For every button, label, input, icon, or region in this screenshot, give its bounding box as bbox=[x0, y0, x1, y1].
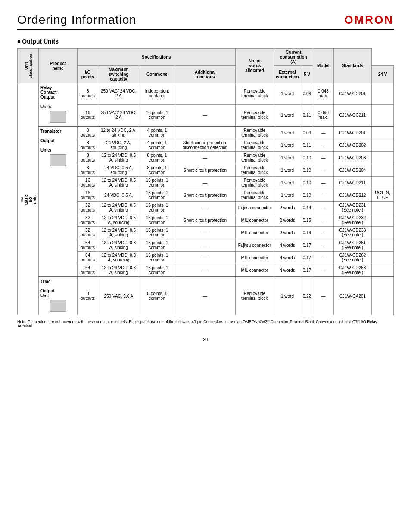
unit-classification-cell: CJBasicI/OUnits bbox=[18, 83, 39, 315]
external-conn-cell: Removable terminal block bbox=[235, 152, 274, 164]
external-conn-cell: Removable terminal block bbox=[235, 189, 274, 202]
words-cell: 1 word bbox=[274, 104, 301, 126]
model-cell: CJ1W-OD263 (See note.) bbox=[333, 264, 372, 277]
max-switching-cell: 250 VAC/ 24 VDC, 2 A bbox=[98, 104, 139, 126]
current-24v-cell: — bbox=[313, 239, 334, 252]
current-24v-cell: — bbox=[313, 252, 334, 264]
standards-cell bbox=[372, 239, 394, 252]
th-24v: 24 V bbox=[372, 66, 394, 83]
io-points-cell: 32 outputs bbox=[78, 227, 98, 239]
max-switching-cell: 12 to 24 VDC, 0.3 A, sourcing bbox=[98, 252, 139, 264]
current-5v-cell: 0.22 bbox=[301, 277, 313, 315]
model-cell: CJ1W-OD211 bbox=[333, 177, 372, 189]
model-cell: CJ1W-OC211 bbox=[333, 104, 372, 126]
commons-cell: 8 points, 1 common bbox=[139, 152, 175, 164]
external-conn-cell: Removable terminal block bbox=[235, 177, 274, 189]
words-cell: 4 words bbox=[274, 252, 301, 264]
external-conn-cell: Fujitsu connector bbox=[235, 202, 274, 214]
th-external-conn: Externalconnection bbox=[274, 66, 301, 83]
current-5v-cell: 0.14 bbox=[301, 227, 313, 239]
io-points-cell: 32 outputs bbox=[78, 214, 98, 227]
th-commons: Commons bbox=[139, 66, 175, 83]
current-5v-cell: 0.17 bbox=[301, 239, 313, 252]
external-conn-cell: Removable terminal block bbox=[235, 83, 274, 105]
th-model: Model bbox=[313, 49, 334, 83]
current-24v-cell: — bbox=[313, 277, 334, 315]
current-24v-cell: 0.048 max. bbox=[313, 83, 334, 105]
additional-cell: — bbox=[175, 277, 235, 315]
current-5v-cell: 0.14 bbox=[301, 202, 313, 214]
external-conn-cell: Fujitsu connector bbox=[235, 239, 274, 252]
page-title: Ordering Information bbox=[17, 13, 137, 27]
io-points-cell: 64 outputs bbox=[78, 264, 98, 277]
commons-cell: 16 points, 1 common bbox=[139, 177, 175, 189]
words-cell: 4 words bbox=[274, 239, 301, 252]
commons-cell: 8 points, 1 common bbox=[139, 164, 175, 177]
current-24v-cell: — bbox=[313, 164, 334, 177]
current-24v-cell: — bbox=[313, 177, 334, 189]
additional-cell: — bbox=[175, 264, 235, 277]
th-io-points: I/Opoints bbox=[78, 66, 98, 83]
current-5v-cell: 0.09 bbox=[301, 83, 313, 105]
th-additional: Additionalfunctions bbox=[175, 66, 235, 83]
commons-cell: 16 points, 1 common bbox=[139, 227, 175, 239]
max-switching-cell: 12 to 24 VDC, 0.3 A, sinking bbox=[98, 239, 139, 252]
external-conn-cell: Removable terminal block bbox=[235, 277, 274, 315]
max-switching-cell: 24 VDC, 0.5 A, sourcing bbox=[98, 164, 139, 177]
max-switching-cell: 12 to 24 VDC, 0.5 A, sinking bbox=[98, 202, 139, 214]
current-24v-cell: — bbox=[313, 264, 334, 277]
additional-cell: — bbox=[175, 227, 235, 239]
model-cell: CJ1W-OD203 bbox=[333, 152, 372, 164]
external-conn-cell: MIL connector bbox=[235, 214, 274, 227]
current-5v-cell: 0.10 bbox=[301, 164, 313, 177]
io-points-cell: 64 outputs bbox=[78, 252, 98, 264]
max-switching-cell: 12 to 24 VDC, 2 A, sinking bbox=[98, 126, 139, 139]
model-cell: CJ1W-OD261 (See note.) bbox=[333, 239, 372, 252]
standards-cell bbox=[372, 264, 394, 277]
max-switching-cell: 250 VAC/ 24 VDC, 2 A bbox=[98, 83, 139, 105]
table-row: TransistorOutput Units8 outputs12 to 24 … bbox=[18, 126, 394, 139]
io-points-cell: 8 outputs bbox=[78, 164, 98, 177]
current-24v-cell: — bbox=[313, 126, 334, 139]
omron-logo: OMRON bbox=[344, 13, 394, 27]
standards-cell bbox=[372, 277, 394, 315]
additional-cell: — bbox=[175, 239, 235, 252]
additional-cell: Short-circuit protection bbox=[175, 164, 235, 177]
external-conn-cell: Removable terminal block bbox=[235, 126, 274, 139]
standards-cell bbox=[372, 83, 394, 105]
words-cell: 1 word bbox=[274, 83, 301, 105]
commons-cell: 4 points, 1 common bbox=[139, 139, 175, 152]
max-switching-cell: 12 to 24 VDC, 0.5 A, sourcing bbox=[98, 214, 139, 227]
product-name-cell: RelayContact Output Units bbox=[39, 83, 78, 127]
output-units-table: Unitclassification Productname Specifica… bbox=[17, 48, 394, 315]
io-points-cell: 16 outputs bbox=[78, 177, 98, 189]
max-switching-cell: 12 to 24 VDC, 0.5 A, sinking bbox=[98, 177, 139, 189]
standards-cell bbox=[372, 202, 394, 214]
external-conn-cell: Removable terminal block bbox=[235, 104, 274, 126]
io-points-cell: 64 outputs bbox=[78, 239, 98, 252]
additional-cell: — bbox=[175, 152, 235, 164]
section-title: Output Units bbox=[17, 38, 394, 45]
standards-cell bbox=[372, 104, 394, 126]
external-conn-cell: Removable terminal block bbox=[235, 164, 274, 177]
current-5v-cell: 0.09 bbox=[301, 126, 313, 139]
external-conn-cell: MIL connector bbox=[235, 264, 274, 277]
additional-cell: Short-circuit protection bbox=[175, 214, 235, 227]
th-standards: Standards bbox=[333, 49, 372, 83]
current-24v-cell: — bbox=[313, 214, 334, 227]
table-row: CJBasicI/OUnitsRelayContact Output Units… bbox=[18, 83, 394, 105]
max-switching-cell: 24 VDC, 2 A, sourcing bbox=[98, 139, 139, 152]
th-no-words: No. ofwordsallocated bbox=[235, 49, 274, 83]
commons-cell: 4 points, 1 common bbox=[139, 126, 175, 139]
header: Ordering Information OMRON bbox=[17, 13, 394, 30]
words-cell: 2 words bbox=[274, 227, 301, 239]
commons-cell: 16 points, 1 common bbox=[139, 264, 175, 277]
io-points-cell: 8 outputs bbox=[78, 83, 98, 105]
additional-cell: — bbox=[175, 104, 235, 126]
io-points-cell: 16 outputs bbox=[78, 104, 98, 126]
commons-cell: Independent contacts bbox=[139, 83, 175, 105]
standards-cell bbox=[372, 227, 394, 239]
commons-cell: 16 points, 1 common bbox=[139, 214, 175, 227]
standards-cell bbox=[372, 252, 394, 264]
standards-cell bbox=[372, 152, 394, 164]
